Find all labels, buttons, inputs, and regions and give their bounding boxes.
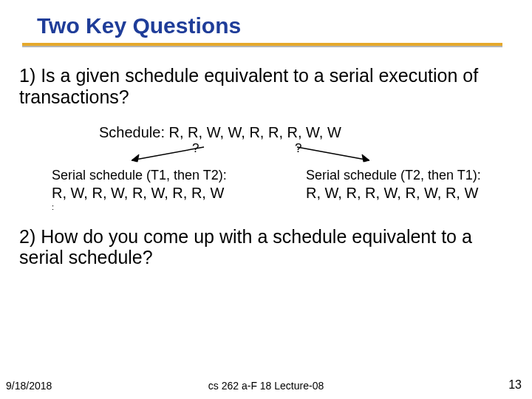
schedule-line: Schedule: R, R, W, W, R, R, R, W, W [99,124,517,141]
arrow-right-icon [293,144,381,165]
schedule-prefix: Schedule: [99,124,165,140]
slide: Two Key Questions 1) Is a given schedule… [0,0,532,399]
slide-title: Two Key Questions [37,13,502,38]
footer-date: 9/18/2018 [6,380,52,392]
serial-columns: Serial schedule (T1, then T2): R, W, R, … [15,168,517,211]
arrows-row: ? ? [99,143,517,166]
question-2: 2) How do you come up with a schedule eq… [15,226,517,269]
serial-left-trailing: : [52,202,259,211]
serial-left-label: Serial schedule (T1, then T2): [52,168,259,183]
serial-right-label: Serial schedule (T2, then T1): [306,168,513,183]
svg-marker-1 [132,154,139,162]
serial-right-column: Serial schedule (T2, then T1): R, W, R, … [306,168,513,211]
svg-line-2 [297,147,369,160]
footer-page-number: 13 [508,378,522,392]
svg-marker-3 [362,154,369,162]
schedule-sequence: R, R, W, W, R, R, R, W, W [169,124,341,140]
title-area: Two Key Questions [0,13,532,38]
schedule-block: Schedule: R, R, W, W, R, R, R, W, W ? ? [15,124,517,166]
serial-right-sequence: R, W, R, R, W, R, W, R, W [306,185,513,202]
footer-center: cs 262 a-F 18 Lecture-08 [208,380,324,392]
serial-left-sequence: R, W, R, W, R, W, R, R, W [52,185,259,202]
arrow-left-icon [121,144,210,165]
serial-left-column: Serial schedule (T1, then T2): R, W, R, … [52,168,259,211]
svg-line-0 [132,147,204,160]
content-area: 1) Is a given schedule equivalent to a s… [0,47,532,268]
question-1: 1) Is a given schedule equivalent to a s… [15,65,517,108]
